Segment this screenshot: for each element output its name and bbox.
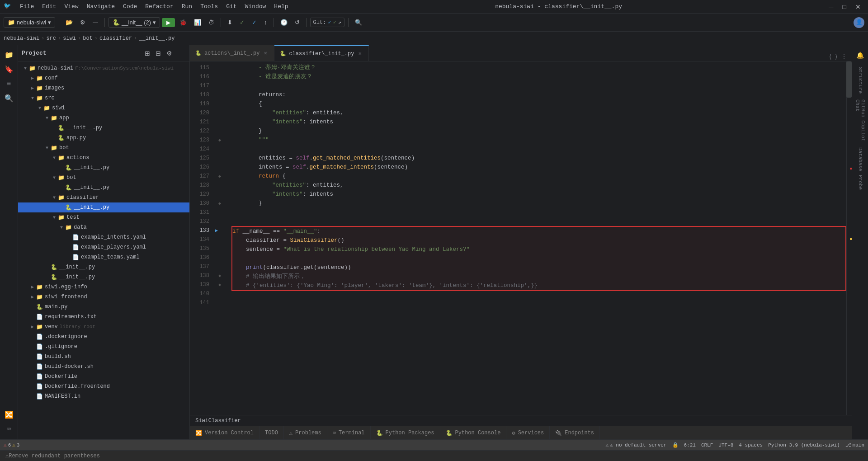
breadcrumb-bot[interactable]: bot [83,35,93,42]
tab-actions-init[interactable]: 🐍 actions\_init_.py ✕ [190,45,274,61]
right-structure-icon[interactable]: Structure [854,62,867,99]
sidebar-item-find[interactable]: 🔍 [3,92,15,105]
run-with-coverage-btn[interactable]: 📊 [191,17,204,28]
toolbar-open-file-btn[interactable]: 📂 [63,17,75,28]
tree-app-init[interactable]: 🐍 __init__.py [18,123,189,133]
tree-test[interactable]: ▼ 📁 test [18,212,189,222]
vcs-commit-btn[interactable]: ✓ [237,17,247,28]
panel-expand-btn[interactable]: ⊞ [143,49,152,58]
toolbar-close-btn[interactable]: — [90,18,101,28]
vcs-update-btn[interactable]: ⬇ [225,17,235,28]
encoding-label-status[interactable]: UTF-8 [718,442,733,448]
menu-view[interactable]: View [61,2,82,11]
no-server-status[interactable]: ⚠ ⚠ no default server [605,442,666,448]
right-notifications-icon[interactable]: 🔔 [854,49,867,61]
sidebar-item-bookmark[interactable]: 🔖 [3,63,15,76]
run-profile-btn[interactable]: ⏱ [206,17,217,28]
tabs-scroll-left[interactable]: ⟨ [828,52,832,61]
tree-bot-init[interactable]: 🐍 __init__.py [18,183,189,193]
panel-settings-btn[interactable]: ⚙ [165,49,174,58]
user-profile-btn[interactable]: 👤 [854,17,864,28]
debug-button[interactable]: 🐞 [177,17,189,28]
vcs-push-btn[interactable]: ✓ [249,17,259,28]
error-count[interactable]: ⚠ 6 ⚠ 3 [4,442,19,448]
init-config-dropdown[interactable]: 🐍 __init__ (2) ▾ [108,17,160,28]
panel-close-btn[interactable]: — [176,49,186,58]
line-ending-status[interactable]: CRLF [701,442,713,448]
project-dropdown[interactable]: 📁 nebula-siwi ▾ [4,17,55,28]
tree-requirements[interactable]: 📄 requirements.txt [18,312,189,322]
bottom-tab-services[interactable]: ⚙ Services [506,426,550,439]
right-database-icon[interactable]: Database [854,146,867,173]
sidebar-item-project[interactable]: 📁 [3,49,15,61]
tree-conf[interactable]: ▶ 📁 conf [18,73,189,83]
tab-classifier-init[interactable]: 🐍 classifier\_init_.py ✕ [274,45,369,61]
tree-main-py[interactable]: 🐍 main.py [18,302,189,312]
indent-status[interactable]: 4 spaces [739,442,763,448]
tree-dockerfile[interactable]: 📄 Dockerfile [18,372,189,381]
tree-siwi-init[interactable]: 🐍 __init__.py [18,262,189,272]
bottom-tab-python-packages[interactable]: 🐍 Python Packages [371,426,440,439]
tree-example-teams[interactable]: 📄 example_teams.yaml [18,252,189,262]
breadcrumb-src[interactable]: src [46,35,56,42]
menu-file[interactable]: File [16,2,38,11]
tree-dockerignore[interactable]: 📄 .dockerignore [18,332,189,342]
sidebar-item-structure[interactable]: ≡ [3,78,15,90]
tree-app[interactable]: ▼ 📁 app [18,113,189,123]
sidebar-item-terminal[interactable]: ⌨ [3,423,15,436]
run-button[interactable]: ▶ [162,18,175,27]
position-status[interactable]: 6:21 [684,442,696,448]
tree-actions[interactable]: ▼ 📁 actions [18,153,189,163]
tree-src[interactable]: ▼ 📁 src [18,93,189,103]
menu-help[interactable]: Help [270,2,292,11]
toolbar-settings-btn[interactable]: ⚙ [77,17,88,28]
tree-siwi-frontend[interactable]: ▶ 📁 siwi_frontend [18,292,189,302]
bottom-tab-problems[interactable]: ⚠ Problems [284,426,327,439]
tree-bot-bot[interactable]: ▼ 📁 bot [18,173,189,183]
tabs-scroll-right[interactable]: ⟩ [834,52,838,61]
bottom-tab-terminal[interactable]: ⌨ Terminal [327,426,371,439]
bottom-tab-version-control[interactable]: 🔀 Version Control [190,426,259,439]
tree-data[interactable]: ▼ 📁 data [18,222,189,232]
git-section[interactable]: Git: ✓ ✓ ↗ [310,18,345,27]
tree-build-docker[interactable]: 📄 build-docker.sh [18,362,189,372]
menu-edit[interactable]: Edit [38,2,60,11]
right-probe-icon[interactable]: Probe [854,174,867,192]
breadcrumb-file[interactable]: __init__.py [139,35,175,42]
bottom-tab-endpoints[interactable]: 🔌 Endpoints [550,426,600,439]
breadcrumb-classifier[interactable]: classifier [99,35,132,42]
tree-gitignore[interactable]: 📄 .gitignore [18,342,189,352]
minimize-button[interactable]: ─ [826,2,837,11]
bottom-tab-todo[interactable]: TODO [259,426,284,439]
tree-classifier[interactable]: ▼ 📁 classifier [18,193,189,202]
menu-run[interactable]: Run [178,2,196,11]
tabs-more-btn[interactable]: ⋮ [840,52,848,61]
tree-app-py[interactable]: 🐍 app.py [18,133,189,143]
menu-navigate[interactable]: Navigate [83,2,118,11]
tree-egg-info[interactable]: ▶ 📁 siwi.egg-info [18,282,189,292]
right-copilot-icon[interactable]: GitHub Copilot Chat [854,99,867,145]
vcs-pull-btn[interactable]: ↑ [261,17,270,28]
tab-close-classifier[interactable]: ✕ [357,51,363,57]
encoding-status[interactable]: 🔒 [672,442,679,448]
breadcrumb-project[interactable]: nebula-siwi [4,35,39,42]
menu-code[interactable]: Code [119,2,141,11]
tree-example-players[interactable]: 📄 example_players.yaml [18,242,189,252]
menu-git[interactable]: Git [222,2,240,11]
minimap-scrollbar[interactable] [846,61,852,415]
tree-bot[interactable]: ▼ 📁 bot [18,143,189,153]
breadcrumb-siwi[interactable]: siwi [63,35,76,42]
tree-dockerfile-fe[interactable]: 📄 Dockerfile.froentend [18,381,189,391]
tab-close-actions[interactable]: ✕ [262,50,269,56]
history-btn[interactable]: 🕐 [278,17,290,28]
menu-tools[interactable]: Tools [197,2,222,11]
tree-siwi[interactable]: ▼ 📁 siwi [18,103,189,113]
gutter-133[interactable]: ▶ [215,226,224,235]
sidebar-item-git[interactable]: 🔀 [3,409,15,421]
tree-actions-init[interactable]: 🐍 __init__.py [18,163,189,173]
undo-btn[interactable]: ↺ [292,17,302,28]
tree-venv[interactable]: ▶ 📁 venv library root [18,322,189,332]
scrollbar-thumb[interactable] [846,61,852,98]
close-button[interactable]: ✕ [852,2,864,11]
maximize-button[interactable]: □ [839,2,850,11]
